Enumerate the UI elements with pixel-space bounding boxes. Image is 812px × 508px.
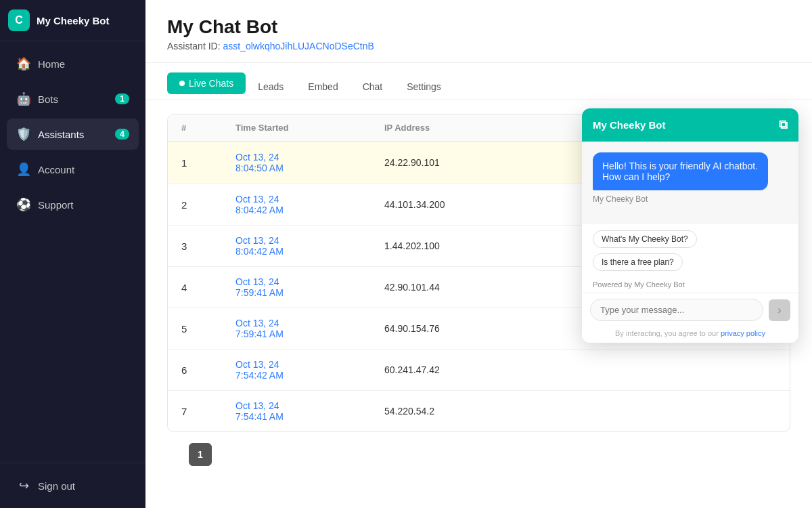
tab-chat[interactable]: Chat [351, 76, 395, 98]
sidebar-item-support[interactable]: ⚽ Support [7, 189, 139, 220]
bot-message-bubble: Hello! This is your friendly AI chatbot.… [593, 152, 768, 190]
chat-privacy: By interacting, you agree to our privacy… [582, 326, 798, 343]
row-num: 1 [181, 157, 235, 169]
sidebar-item-home[interactable]: 🏠 Home [7, 48, 139, 79]
tab-embed[interactable]: Embed [296, 76, 350, 98]
row-ip: 54.220.54.2 [384, 406, 695, 417]
sidebar-item-label: Bots [38, 93, 58, 105]
tab-label: Leads [258, 81, 284, 92]
signout-label: Sign out [38, 480, 75, 492]
sidebar-item-account[interactable]: 👤 Account [7, 154, 139, 185]
row-num: 6 [181, 364, 235, 376]
home-icon: 🏠 [16, 56, 31, 71]
tab-label: Live Chats [189, 78, 233, 89]
sidebar-item-label: Support [38, 199, 74, 211]
sidebar-item-assistants[interactable]: 🛡️ Assistants 4 [7, 119, 139, 150]
chat-send-button[interactable]: › [769, 299, 790, 321]
row-time: Oct 13, 248:04:42 AM [235, 235, 384, 257]
tab-label: Settings [407, 81, 441, 92]
chat-input[interactable] [590, 299, 763, 321]
row-time: Oct 13, 247:54:42 AM [235, 359, 384, 381]
tab-leads[interactable]: Leads [246, 76, 296, 98]
chat-widget-external-icon[interactable]: ⧉ [779, 118, 788, 132]
tab-label: Embed [308, 81, 338, 92]
support-icon: ⚽ [16, 197, 31, 212]
logo-icon: C [8, 9, 30, 31]
row-time: Oct 13, 247:59:41 AM [235, 276, 384, 298]
row-time: Oct 13, 247:54:41 AM [235, 400, 384, 422]
page-header: My Chat Bot Assistant ID: asst_olwkqhoJi… [145, 0, 812, 63]
privacy-text: By interacting, you agree to our [615, 329, 719, 337]
main-content: My Chat Bot Assistant ID: asst_olwkqhoJi… [145, 0, 812, 508]
assistant-id-link[interactable]: asst_olwkqhoJihLUJACNoDSeCtnB [223, 41, 374, 51]
assistants-badge: 4 [115, 129, 129, 140]
quick-replies-bar: What's My Cheeky Bot? Is there a free pl… [582, 223, 798, 278]
quick-reply-1[interactable]: Is there a free plan? [593, 253, 683, 271]
page-title: My Chat Bot [167, 16, 790, 38]
assistants-icon: 🛡️ [16, 127, 31, 142]
sidebar: C My Cheeky Bot 🏠 Home 🤖 Bots 1 🛡️ Assis… [0, 0, 145, 508]
assistant-id-row: Assistant ID: asst_olwkqhoJihLUJACNoDSeC… [167, 41, 790, 51]
chat-input-row: › [582, 293, 798, 326]
sidebar-nav: 🏠 Home 🤖 Bots 1 🛡️ Assistants 4 👤 Accoun… [0, 41, 145, 463]
col-header-time: Time Started [235, 123, 384, 133]
tabs-bar: Live Chats Leads Embed Chat Settings [145, 63, 812, 100]
row-num: 7 [181, 406, 235, 417]
chat-widget-title: My Cheeky Bot [593, 119, 666, 131]
bot-message-label: My Cheeky Bot [593, 194, 788, 204]
page-1-button[interactable]: 1 [189, 443, 212, 466]
sidebar-item-label: Assistants [38, 129, 84, 140]
sidebar-item-label: Account [38, 164, 74, 175]
row-time: Oct 13, 247:59:41 AM [235, 318, 384, 339]
row-num: 2 [181, 199, 235, 211]
row-time: Oct 13, 248:04:50 AM [235, 152, 384, 173]
sidebar-logo-text: My Cheeky Bot [37, 15, 110, 26]
chat-widget-body: Hello! This is your friendly AI chatbot.… [582, 142, 798, 223]
sidebar-bottom: ↪ Sign out [0, 463, 145, 508]
bots-badge: 1 [115, 93, 129, 104]
table-row[interactable]: 6 Oct 13, 247:54:42 AM 60.241.47.42 [168, 350, 790, 391]
signout-button[interactable]: ↪ Sign out [7, 470, 139, 501]
chat-widget-header: My Cheeky Bot ⧉ [582, 108, 798, 142]
row-time: Oct 13, 248:04:42 AM [235, 194, 384, 215]
row-num: 4 [181, 282, 235, 293]
row-ip: 60.241.47.42 [384, 364, 695, 375]
sidebar-item-bots[interactable]: 🤖 Bots 1 [7, 83, 139, 114]
chat-widget: My Cheeky Bot ⧉ Hello! This is your frie… [582, 108, 798, 343]
tab-label: Chat [363, 81, 383, 92]
signout-icon: ↪ [16, 478, 31, 493]
tab-live-chats[interactable]: Live Chats [167, 72, 246, 94]
account-icon: 👤 [16, 162, 31, 177]
bots-icon: 🤖 [16, 91, 31, 106]
sidebar-logo: C My Cheeky Bot [0, 0, 145, 41]
assistant-id-label: Assistant ID: [167, 41, 221, 51]
powered-by: Powered by My Cheeky Bot [582, 278, 798, 293]
row-num: 5 [181, 323, 235, 335]
col-header-num: # [181, 123, 235, 133]
quick-reply-0[interactable]: What's My Cheeky Bot? [593, 230, 697, 248]
tab-settings[interactable]: Settings [394, 76, 453, 98]
privacy-link[interactable]: privacy policy [721, 329, 765, 337]
live-dot [179, 81, 185, 86]
table-row[interactable]: 7 Oct 13, 247:54:41 AM 54.220.54.2 [168, 391, 790, 431]
sidebar-item-label: Home [38, 58, 65, 70]
row-num: 3 [181, 240, 235, 252]
pagination: 1 [167, 432, 790, 477]
